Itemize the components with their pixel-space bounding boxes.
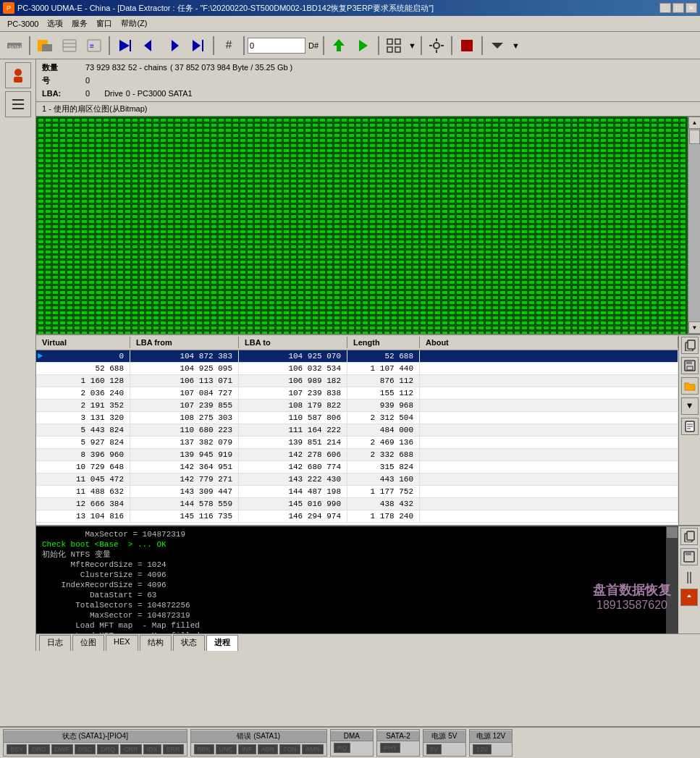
bitmap-cell <box>456 290 463 295</box>
bitmap-cell <box>132 179 138 183</box>
bitmap-cell <box>672 148 679 153</box>
bitmap-cell <box>254 143 261 148</box>
bitmap-cell <box>305 133 311 138</box>
menu-pc3000[interactable]: PC-3000 <box>3 18 43 30</box>
console-save-btn[interactable] <box>680 548 698 565</box>
table-copy-icon[interactable] <box>681 337 699 354</box>
col-lba-from[interactable]: LBA from <box>130 337 239 348</box>
tool-export[interactable] <box>327 35 350 56</box>
table-row[interactable]: 13 104 816145 116 735146 294 9741 178 24… <box>36 510 678 523</box>
bitmap-cell <box>96 148 102 153</box>
menu-service[interactable]: 服务 <box>67 17 92 30</box>
tab-结构[interactable]: 结构 <box>140 635 172 651</box>
tab-HEX[interactable]: HEX <box>106 635 138 651</box>
bitmap-cell <box>536 306 542 310</box>
grid-dropdown[interactable]: ▼ <box>407 41 418 50</box>
bitmap-cell <box>174 164 181 168</box>
table-row[interactable]: 1 160 128106 113 071106 989 182876 112 <box>36 375 678 387</box>
tool-next[interactable] <box>162 35 185 56</box>
bitmap-cell <box>283 133 290 138</box>
tool-stop[interactable] <box>455 35 478 56</box>
table-row[interactable]: 11 488 632143 309 447144 487 1981 177 75… <box>36 486 678 498</box>
tool-start[interactable] <box>113 35 136 56</box>
tab-日志[interactable]: 日志 <box>39 635 71 651</box>
more-dropdown[interactable]: ▼ <box>510 41 521 50</box>
table-cell-about <box>420 510 678 522</box>
number-input[interactable] <box>248 38 305 54</box>
bitmap-cell <box>326 118 333 122</box>
menu-help[interactable]: 帮助(Z) <box>117 17 151 30</box>
tool-settings[interactable] <box>425 35 448 56</box>
tool-prev[interactable] <box>138 35 161 56</box>
tool-hash[interactable]: # <box>217 35 240 56</box>
bitmap-cell <box>125 316 131 320</box>
console-more-btn[interactable] <box>680 589 698 606</box>
col-about[interactable]: About <box>420 337 678 348</box>
tool-btn-2[interactable] <box>58 35 81 56</box>
tool-grid[interactable] <box>382 35 405 56</box>
bitmap-cell <box>74 153 80 158</box>
bitmap-cell <box>196 285 203 290</box>
bitmap-cell <box>182 260 188 264</box>
table-row[interactable]: 12 666 384144 578 559145 016 990438 432 <box>36 498 678 510</box>
table-row[interactable]: 10 729 648142 364 951142 680 774315 824 <box>36 461 678 473</box>
maximize-button[interactable]: □ <box>672 3 684 13</box>
tab-进程[interactable]: 进程 <box>206 635 238 651</box>
bitmap-cell <box>600 316 607 320</box>
table-row[interactable]: ►0104 872 383104 925 07052 688 <box>36 350 678 363</box>
console-pause-btn[interactable]: ‖ <box>684 568 694 586</box>
bitmap-cell <box>376 245 383 249</box>
table-row[interactable]: 3 131 320108 275 303110 587 8062 312 504 <box>36 412 678 424</box>
bitmap-cell <box>578 194 585 198</box>
bitmap-cell <box>543 326 549 330</box>
table-page-icon[interactable] <box>681 418 699 435</box>
bitmap-cell <box>550 316 557 320</box>
tool-more[interactable] <box>486 35 509 56</box>
col-virtual[interactable]: Virtual <box>36 337 130 348</box>
bitmap-cell <box>240 270 246 274</box>
bitmap-cell <box>514 306 520 310</box>
bitmap-cell <box>139 128 146 132</box>
tool-btn-3[interactable]: ≡ <box>83 35 106 56</box>
tool-play[interactable] <box>352 35 375 56</box>
sidebar-settings-btn[interactable] <box>5 91 31 117</box>
table-row[interactable]: 52 688104 925 095106 032 5341 107 440 <box>36 363 678 375</box>
table-row[interactable]: 2 191 352107 239 855108 179 822939 968 <box>36 400 678 412</box>
minimize-button[interactable]: _ <box>659 3 671 13</box>
table-row[interactable]: 5 927 824137 382 079139 851 2142 469 136 <box>36 437 678 449</box>
tool-end[interactable] <box>187 35 210 56</box>
col-lba-to[interactable]: LBA to <box>239 337 347 348</box>
bitmap-cell <box>478 148 484 153</box>
table-row[interactable]: 11 045 472142 779 271143 222 430443 160 <box>36 473 678 486</box>
menu-options[interactable]: 选项 <box>43 17 67 30</box>
table-dropdown-icon[interactable]: ▼ <box>681 397 699 415</box>
table-cell-length: 52 688 <box>347 350 420 362</box>
scroll-up-btn[interactable]: ▲ <box>688 117 700 129</box>
sidebar-top-btn[interactable] <box>5 62 31 88</box>
close-button[interactable]: ✕ <box>686 3 697 13</box>
table-row[interactable]: 8 396 960139 945 919142 278 6062 332 688 <box>36 449 678 461</box>
col-length[interactable]: Length <box>347 337 420 348</box>
bitmap-cell <box>434 209 441 214</box>
table-row[interactable]: 5 443 824110 680 223111 164 222484 000 <box>36 424 678 437</box>
scroll-thumb[interactable] <box>689 130 700 144</box>
bitmap-cell <box>305 209 311 214</box>
bitmap-cell <box>622 311 628 315</box>
table-row[interactable]: 2 036 240107 084 727107 239 838155 112 <box>36 387 678 400</box>
tool-btn-1[interactable] <box>33 35 56 56</box>
bitmap-cell <box>167 174 174 178</box>
table-folder-icon[interactable] <box>681 377 699 395</box>
bitmap-cell <box>52 159 59 163</box>
tab-状态[interactable]: 状态 <box>173 635 205 651</box>
console-copy-btn[interactable] <box>680 528 698 545</box>
bitmap-cell <box>586 245 592 249</box>
menu-window[interactable]: 窗口 <box>92 17 117 30</box>
scroll-down-btn[interactable]: ▼ <box>688 321 700 334</box>
bitmap-cell <box>59 285 66 290</box>
tab-位图[interactable]: 位图 <box>72 635 104 651</box>
table-save-icon[interactable] <box>681 357 699 374</box>
bitmap-cell <box>67 240 73 244</box>
sata1-button[interactable]: SATA1 <box>3 35 26 56</box>
bitmap-cell <box>203 255 210 259</box>
bitmap-cell <box>211 143 217 148</box>
